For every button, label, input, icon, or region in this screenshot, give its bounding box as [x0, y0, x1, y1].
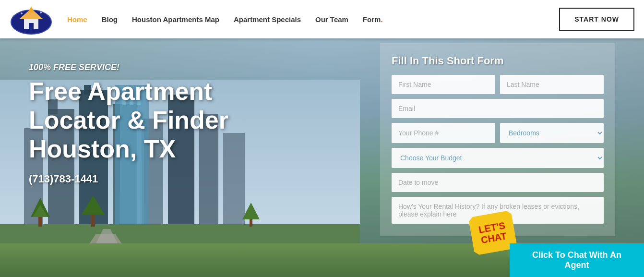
svg-point-6 [40, 12, 42, 13]
name-row [392, 75, 604, 94]
first-name-input[interactable] [392, 75, 495, 94]
hero-text-block: 100% FREE SERVICE! Free Apartment Locato… [29, 62, 228, 185]
logo[interactable] [10, 4, 53, 35]
email-row [392, 99, 604, 118]
move-date-input[interactable] [392, 173, 604, 192]
hero-section: 100% FREE SERVICE! Free Apartment Locato… [0, 38, 644, 277]
phone-input[interactable] [392, 123, 495, 143]
nav-item-specials[interactable]: Apartment Specials [234, 15, 301, 24]
nav-links: Home Blog Houston Apartments Map Apartme… [67, 15, 559, 24]
svg-point-5 [21, 12, 23, 14]
svg-marker-4 [28, 6, 35, 12]
nav-item-home[interactable]: Home [67, 15, 87, 24]
budget-row: Choose Your Budget Under $600 $600-$800 … [392, 148, 604, 168]
hero-title: Free Apartment Locator & Finder Houston,… [29, 77, 228, 163]
move-date-row [392, 173, 604, 192]
budget-select[interactable]: Choose Your Budget Under $600 $600-$800 … [392, 148, 604, 168]
phone-bedrooms-row: Bedrooms Studio 1 Bed 2 Beds 3 Beds 4+ B… [392, 123, 604, 143]
contact-form: Fill In This Short Form Bedrooms Studio … [380, 43, 615, 236]
last-name-input[interactable] [500, 75, 604, 94]
nav-item-form[interactable]: Form. [363, 15, 383, 24]
bedrooms-select[interactable]: Bedrooms Studio 1 Bed 2 Beds 3 Beds 4+ B… [500, 123, 604, 143]
nav-item-blog[interactable]: Blog [102, 15, 118, 24]
chat-with-agent-button[interactable]: Click To Chat With An Agent [510, 243, 644, 277]
hero-phone: (713)783-1441 [29, 173, 228, 185]
start-now-button[interactable]: START NOW [559, 8, 634, 31]
navbar: Home Blog Houston Apartments Map Apartme… [0, 0, 644, 38]
nav-item-team[interactable]: Our Team [315, 15, 348, 24]
form-title: Fill In This Short Form [392, 55, 604, 67]
email-input[interactable] [392, 99, 604, 118]
nav-item-map[interactable]: Houston Apartments Map [132, 15, 219, 24]
svg-rect-3 [29, 23, 34, 29]
free-service-label: 100% FREE SERVICE! [29, 62, 228, 72]
